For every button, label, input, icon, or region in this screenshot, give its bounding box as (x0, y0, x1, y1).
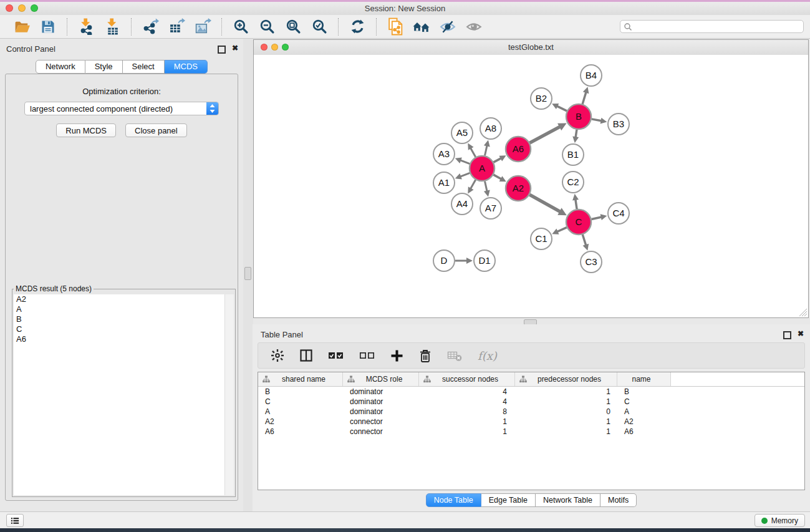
graph-edge-A-A2[interactable] (493, 175, 501, 179)
table-row[interactable]: A6connector11A6 (258, 427, 804, 437)
panel-splitter[interactable] (243, 39, 253, 511)
task-history-button[interactable] (6, 514, 24, 527)
network-minimize-button[interactable] (271, 44, 278, 51)
column-header-name[interactable]: name (617, 372, 671, 386)
graph-edge-A-A3[interactable] (460, 160, 470, 164)
graph-edge-A-A4[interactable] (471, 180, 476, 188)
criterion-dropdown[interactable]: largest connected component (directed) (24, 102, 219, 115)
table-cell-shared-name[interactable]: A (258, 407, 343, 416)
table-row[interactable]: Adominator80A (258, 407, 804, 417)
show-eye-icon[interactable] (464, 17, 484, 36)
graph-edge-C-C4[interactable] (592, 217, 602, 220)
open-file-icon[interactable] (12, 17, 32, 36)
memory-button[interactable]: Memory (755, 514, 805, 527)
network-window-titlebar[interactable]: testGlobe.txt (254, 40, 808, 56)
table-cell-successor-nodes[interactable]: 8 (419, 407, 515, 416)
table-cell-shared-name[interactable]: C (258, 397, 343, 406)
dropdown-stepper-icon[interactable] (206, 102, 218, 115)
network-graph[interactable]: AA6A2BCB4B2B3B1A5A8A3A1A4A7C2C4C1C3DD1 (254, 55, 808, 317)
table-cell-mcds-role[interactable]: dominator (343, 407, 419, 416)
mcds-result-item[interactable]: C (14, 324, 225, 334)
graph-edge-A-A8[interactable] (485, 145, 487, 155)
network-maximize-button[interactable] (282, 44, 289, 51)
tab-network[interactable]: Network (36, 60, 85, 74)
export-image-icon[interactable] (193, 17, 213, 36)
graph-edge-C-C2[interactable] (576, 200, 577, 209)
network-close-button[interactable] (261, 44, 268, 51)
table-cell-predecessor-nodes[interactable]: 1 (515, 397, 617, 406)
maximize-window-button[interactable] (31, 4, 38, 12)
search-input[interactable] (632, 21, 803, 32)
tab-mcds[interactable]: MCDS (165, 60, 208, 74)
graph-edge-C-C1[interactable] (557, 228, 567, 232)
table-cell-mcds-role[interactable]: connector (343, 427, 419, 436)
add-column-plus-icon[interactable] (390, 349, 403, 362)
column-header-shared-name[interactable]: shared name (258, 372, 343, 386)
run-mcds-button[interactable]: Run MCDS (56, 123, 116, 137)
graph-edge-A6-B[interactable] (530, 127, 561, 143)
mcds-result-item[interactable]: A6 (14, 334, 225, 344)
graph-edge-A-A7[interactable] (485, 181, 487, 191)
mcds-result-list[interactable]: A2ABCA6 (14, 294, 225, 495)
table-cell-successor-nodes[interactable]: 4 (419, 387, 515, 396)
column-header-predecessor-nodes[interactable]: predecessor nodes (515, 372, 617, 386)
graph-edge-A2-C[interactable] (529, 195, 560, 211)
tab-network-table[interactable]: Network Table (536, 493, 600, 507)
tab-node-table[interactable]: Node Table (426, 493, 481, 507)
select-all-checks-icon[interactable] (328, 351, 344, 360)
column-show-icon[interactable] (299, 349, 313, 362)
graph-edge-B-B2[interactable] (557, 106, 567, 111)
hide-selected-eye-icon[interactable] (438, 17, 458, 36)
network-file-icon[interactable] (385, 17, 405, 36)
float-panel-icon[interactable] (783, 331, 791, 339)
zoom-selected-icon[interactable] (309, 17, 329, 36)
import-table-icon[interactable] (102, 17, 122, 36)
table-cell-predecessor-nodes[interactable]: 0 (515, 407, 617, 416)
export-table-icon[interactable] (166, 17, 186, 36)
close-panel-icon[interactable]: ✖ (798, 330, 804, 337)
splitter-grip-icon[interactable] (244, 267, 251, 280)
tab-style[interactable]: Style (85, 60, 123, 74)
window-resize-grip-icon[interactable] (798, 307, 808, 317)
graph-edge-C-C3[interactable] (582, 235, 586, 245)
deselect-all-checks-icon[interactable] (359, 351, 375, 360)
minimize-window-button[interactable] (18, 4, 26, 12)
graph-edge-B-B1[interactable] (576, 130, 577, 138)
table-cell-mcds-role[interactable]: dominator (343, 387, 419, 396)
table-row[interactable]: Bdominator41B (258, 387, 804, 397)
zoom-in-icon[interactable] (231, 17, 251, 36)
zoom-fit-icon[interactable] (283, 17, 303, 36)
mcds-result-item[interactable]: A2 (14, 294, 225, 304)
table-cell-shared-name[interactable]: A6 (258, 427, 343, 436)
table-cell-successor-nodes[interactable]: 1 (419, 427, 515, 436)
column-header-mcds-role[interactable]: MCDS role (343, 372, 419, 386)
table-cell-predecessor-nodes[interactable]: 1 (515, 417, 617, 426)
mcds-result-item[interactable]: B (14, 314, 225, 324)
table-cell-name[interactable]: C (617, 397, 671, 406)
graph-edge-A-A1[interactable] (460, 173, 470, 177)
table-row[interactable]: A2connector11A2 (258, 417, 804, 427)
table-splitter[interactable] (253, 318, 810, 324)
float-panel-icon[interactable] (218, 46, 226, 54)
table-cell-successor-nodes[interactable]: 4 (419, 397, 515, 406)
graph-edge-A-A5[interactable] (471, 148, 476, 157)
delete-column-trash-icon[interactable] (418, 349, 432, 363)
table-row[interactable]: Cdominator41C (258, 397, 804, 407)
tab-edge-table[interactable]: Edge Table (481, 493, 536, 507)
tab-select[interactable]: Select (123, 60, 165, 74)
table-cell-shared-name[interactable]: B (258, 387, 343, 396)
table-cell-shared-name[interactable]: A2 (258, 417, 343, 426)
tab-motifs[interactable]: Motifs (600, 493, 637, 507)
table-cell-mcds-role[interactable]: connector (343, 417, 419, 426)
import-network-icon[interactable] (76, 17, 96, 36)
table-cell-name[interactable]: A2 (617, 417, 671, 426)
graph-edge-B-B3[interactable] (592, 119, 602, 121)
graph-edge-B-B4[interactable] (582, 92, 586, 104)
table-settings-gear-icon[interactable] (271, 349, 284, 362)
table-cell-name[interactable]: A6 (617, 427, 671, 436)
zoom-out-icon[interactable] (257, 17, 277, 36)
table-cell-mcds-role[interactable]: dominator (343, 397, 419, 406)
column-header-successor-nodes[interactable]: successor nodes (419, 372, 515, 386)
save-session-icon[interactable] (38, 17, 58, 36)
table-cell-name[interactable]: B (617, 387, 671, 396)
